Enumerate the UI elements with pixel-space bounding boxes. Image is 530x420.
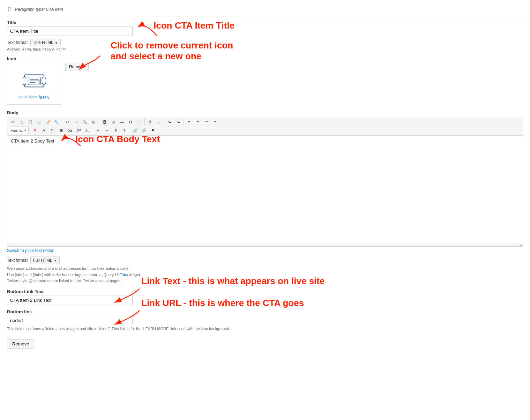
drag-handle-icon[interactable]: ⠿ [7, 6, 12, 13]
bottom-link-text-input-wrapper: Link Text - this is what appears on live… [7, 296, 133, 305]
editor-toolbar: ✂ ⎘ 📋 📃 📝 🔧 ↩ ↪ 🔍 ⊞ 🖼 ⊞ — Ω 📄 [7, 117, 523, 136]
title-label: Title [7, 20, 523, 25]
switch-editor-link[interactable]: Switch to plain text editor [7, 248, 53, 253]
icon-filename[interactable]: icons-ticket-lg.png [18, 94, 50, 99]
toolbar-sep-1 [62, 119, 62, 125]
format-dropdown[interactable]: Format ▼ [9, 127, 29, 134]
format-hint-1: Web page addresses and e-mail addresses … [7, 266, 523, 272]
toolbar-sep-2 [99, 119, 99, 125]
page-wrapper: ⠿ Paragraph type: CTA Item Title Icon CT… [0, 0, 530, 420]
tb-cleanup-btn[interactable]: 🔧 [52, 118, 61, 126]
tb-image-btn[interactable]: 🖼 [100, 118, 109, 126]
tb-paste-btn[interactable]: 📋 [26, 118, 35, 126]
title-allowed-tags: Allowed HTML tags: <span> <br /> [7, 47, 523, 51]
svg-marker-12 [38, 78, 42, 84]
tb-ul-btn[interactable]: ≔ [165, 118, 174, 126]
top-bar: ⠿ Paragraph type: CTA Item [7, 3, 523, 16]
tb-align-right-btn[interactable]: ≡ [202, 118, 211, 126]
tb-align-left-btn[interactable]: ≡ [185, 118, 193, 126]
body-annotation: Icon CTA Body Text [75, 134, 160, 145]
bottom-link-input[interactable] [7, 316, 133, 325]
tb-select-btn[interactable]: ⊞ [89, 118, 98, 126]
tb-cut-btn[interactable]: ✂ [9, 118, 17, 126]
bottom-link-hint: This field must have a link to allow ima… [7, 327, 523, 331]
bottom-link-label: Bottom link [7, 309, 523, 314]
tb-copy-btn[interactable]: ⎘ [17, 118, 26, 126]
title-format-arrow-icon: ▼ [55, 41, 58, 45]
format-dropdown-arrow-icon: ▼ [24, 129, 27, 132]
icon-preview-box: ✦ icons-ticket-lg.png [7, 63, 61, 105]
tb-sup-btn[interactable]: X² [75, 127, 83, 134]
tb-unlink-btn[interactable]: 🔗 [140, 127, 148, 134]
bottom-link-input-wrapper: Link URL - this is where the CTA goes [7, 316, 133, 325]
tb-bg-color-btn[interactable]: A [40, 127, 48, 134]
resize-icon: ⇲ [519, 243, 522, 247]
tb-align-center-btn[interactable]: ≡ [194, 118, 202, 126]
tabs-link[interactable]: Tabs [120, 273, 128, 277]
tb-link-btn[interactable]: 🔗 [131, 127, 140, 134]
body-format-select[interactable]: Full HTML ▼ [30, 257, 59, 264]
format-hint-2b: widget. [129, 273, 141, 277]
editor-content[interactable]: CTA Item 2 Body Text Icon CTA Body Text [7, 136, 523, 244]
tb-char-map-btn[interactable]: ⊞ [57, 127, 66, 134]
format-hints: Web page addresses and e-mail addresses … [7, 266, 523, 284]
title-format-row: Text format Title HTML ▼ More informatio… [7, 39, 523, 46]
editor-container: ✂ ⎘ 📋 📃 📝 🔧 ↩ ↪ 🔍 ⊞ 🖼 ⊞ — Ω 📄 [7, 117, 523, 247]
tb-font-color-btn[interactable]: A [31, 127, 39, 134]
tb-anchor-btn[interactable]: ⚑ [149, 127, 157, 134]
tb-outdent-btn[interactable]: ← [94, 127, 103, 134]
tb-redo-btn[interactable]: ↪ [72, 118, 80, 126]
body-format-row: Text format Full HTML ▼ More information… [7, 257, 523, 264]
icon-label: Icon [7, 56, 523, 61]
toolbar-sep-6 [30, 127, 30, 134]
format-hint-2-text: Use [tabs] and [/tabs] with <h3> header … [7, 273, 119, 277]
tb-superscript-btn[interactable]: ⬚ [48, 127, 57, 134]
editor-resize-handle[interactable]: ⇲ [7, 244, 523, 246]
bottom-link-text-section: Bottom Link Text Link Text - this is wha… [7, 289, 523, 305]
bottom-link-section: Bottom link Link URL - this is where the… [7, 309, 523, 331]
icon-remove-area: Remove Click to remove current icon and … [65, 63, 89, 71]
body-format-value: Full HTML [33, 258, 52, 263]
bottom-remove-section: Remove [7, 336, 523, 349]
tb-italic-btn[interactable]: I [155, 118, 163, 126]
toolbar-sep-3 [144, 119, 145, 125]
tb-show-invisible-btn[interactable]: ¶ [120, 127, 129, 134]
tb-sub-btn[interactable]: X₂ [66, 127, 74, 134]
tb-table-btn[interactable]: ⊞ [109, 118, 117, 126]
body-format-arrow-icon: ▼ [54, 259, 57, 262]
tb-indent-btn[interactable]: → [103, 127, 111, 134]
title-input[interactable] [7, 26, 133, 36]
tb-rule-btn[interactable]: — [118, 118, 126, 126]
body-text-format-label: Text format [7, 258, 28, 263]
format-hint-3: Twitter-style @usernames are linked to t… [7, 278, 523, 284]
toolbar-sep-7 [93, 127, 93, 134]
tb-bold-btn[interactable]: B [146, 118, 154, 126]
toolbar-sep-4 [164, 119, 164, 125]
tb-undo-btn[interactable]: ↩ [63, 118, 72, 126]
toolbar-row-1: ✂ ⎘ 📋 📃 📝 🔧 ↩ ↪ 🔍 ⊞ 🖼 ⊞ — Ω 📄 [9, 118, 521, 126]
editor-content-text: CTA Item 2 Body Text [11, 138, 54, 144]
tb-clear-format-btn[interactable]: Iₓ [83, 127, 92, 134]
icon-section: Icon ✦ icon [7, 56, 523, 105]
tb-show-blocks-btn[interactable]: ¶ [112, 127, 120, 134]
title-format-select[interactable]: Title HTML ▼ [30, 39, 60, 46]
tb-ol-btn[interactable]: ≔ [174, 118, 182, 126]
tb-paste-text-btn[interactable]: 📃 [35, 118, 43, 126]
toolbar-row-2: Format ▼ A A ⬚ ⊞ X₂ X² Iₓ ← → ¶ ¶ [9, 127, 521, 134]
tb-find-btn[interactable]: 🔍 [81, 118, 89, 126]
bottom-remove-button[interactable]: Remove [7, 339, 34, 349]
svg-text:✦: ✦ [30, 81, 32, 83]
icon-remove-button[interactable]: Remove [65, 63, 89, 71]
format-hint-2: Use [tabs] and [/tabs] with <h3> header … [7, 272, 523, 278]
icon-area: ✦ icons-ticket-lg.png Remove Click to re… [7, 63, 523, 105]
tb-paste-word-btn[interactable]: 📝 [44, 118, 52, 126]
tb-align-justify-btn[interactable]: ≡ [211, 118, 219, 126]
toolbar-sep-8 [130, 127, 130, 134]
body-label: Body [7, 110, 523, 115]
toolbar-sep-5 [184, 119, 184, 125]
bottom-link-text-input[interactable] [7, 296, 133, 305]
tb-special-btn[interactable]: Ω [126, 118, 135, 126]
tb-template-btn[interactable]: 📄 [135, 118, 143, 126]
body-section: Body ✂ ⎘ 📋 📃 📝 🔧 ↩ ↪ 🔍 ⊞ 🖼 [7, 110, 523, 284]
bottom-link-text-label: Bottom Link Text [7, 289, 523, 294]
